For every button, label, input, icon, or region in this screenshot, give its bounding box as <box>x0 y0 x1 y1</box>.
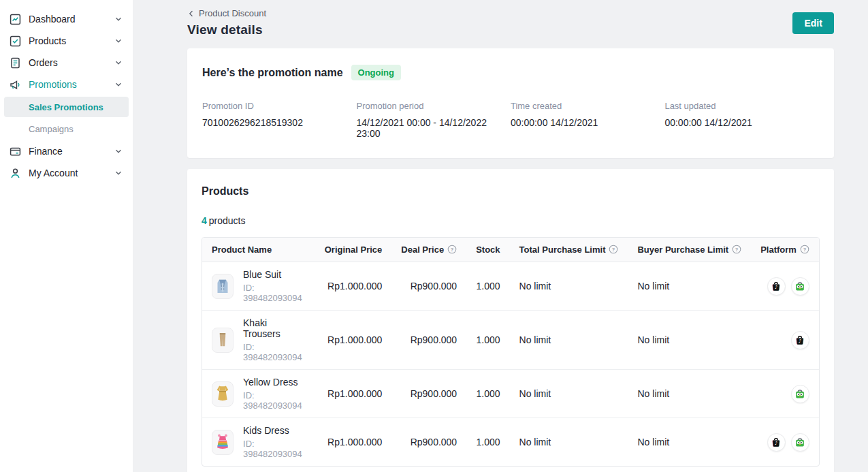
status-badge: Ongoing <box>351 65 401 80</box>
sidebar-item-sales-promotions[interactable]: Sales Promotions <box>4 97 129 117</box>
field-label: Promotion period <box>356 101 510 111</box>
tiktok-icon: ♪ <box>791 331 809 349</box>
svg-text:♪: ♪ <box>799 338 802 344</box>
total-purchase-limit-cell: No limit <box>510 262 628 311</box>
buyer-purchase-limit-cell: No limit <box>628 370 751 418</box>
sidebar-subitem-label: Campaigns <box>29 124 74 134</box>
total-purchase-limit-cell: No limit <box>510 311 628 370</box>
field-value: 00:00:00 14/12/2021 <box>664 117 818 128</box>
product-id: ID: 398482093094 <box>243 439 306 459</box>
user-icon <box>10 168 21 179</box>
original-price-cell: Rp1.000.000 <box>315 370 392 418</box>
platform-cell: ♪ <box>751 262 819 311</box>
finance-icon <box>10 146 21 157</box>
platform-cell: ♪ <box>751 311 819 370</box>
original-price-cell: Rp1.000.000 <box>315 262 392 311</box>
sidebar-item-dashboard[interactable]: Dashboard <box>0 8 133 30</box>
column-header-deal-price: Deal Price ? <box>391 238 466 262</box>
column-header-original-price: Original Price <box>315 238 392 262</box>
sidebar-item-promotions[interactable]: Promotions <box>0 74 133 95</box>
product-id: ID: 398482093094 <box>243 283 306 303</box>
svg-text:♪: ♪ <box>775 284 778 290</box>
promotion-summary-card: Here’s the promotion name Ongoing Promot… <box>187 48 834 158</box>
platform-cell <box>751 370 819 418</box>
sidebar-item-label: Orders <box>29 57 114 68</box>
table-row: Yellow Dress ID: 398482093094 Rp1.000.00… <box>202 370 819 418</box>
app-window: Dashboard Products Orders Promotions Sal… <box>0 0 868 472</box>
product-thumbnail-image <box>212 381 234 407</box>
original-price-cell: Rp1.000.000 <box>315 418 392 466</box>
field-label: Last updated <box>664 101 818 111</box>
sidebar-item-finance[interactable]: Finance <box>0 140 133 162</box>
deal-price-cell: Rp900.000 <box>391 262 466 311</box>
orders-icon <box>10 57 21 69</box>
help-icon[interactable]: ? <box>800 245 809 254</box>
breadcrumb[interactable]: Product Discount <box>187 8 266 18</box>
chevron-down-icon <box>114 168 123 178</box>
tokopedia-icon <box>791 433 809 452</box>
field-label: Time created <box>511 101 664 111</box>
deal-price-cell: Rp900.000 <box>391 370 466 418</box>
help-icon[interactable]: ? <box>732 245 741 254</box>
original-price-cell: Rp1.000.000 <box>315 311 392 370</box>
column-header-buyer-purchase-limit: Buyer Purchase Limit ? <box>628 238 751 262</box>
promotion-field: Promotion ID 7010026296218519302 <box>202 101 356 139</box>
column-header-platform: Platform ? <box>751 238 819 262</box>
total-purchase-limit-cell: No limit <box>510 418 628 466</box>
stock-cell: 1.000 <box>466 418 509 466</box>
stock-cell: 1.000 <box>466 370 509 418</box>
promotion-field: Last updated 00:00:00 14/12/2021 <box>664 101 818 139</box>
sidebar-item-my-account[interactable]: My Account <box>0 162 133 184</box>
field-value: 14/12/2021 00:00 - 14/12/2022 23:00 <box>356 117 510 139</box>
deal-price-cell: Rp900.000 <box>391 418 466 466</box>
products-count: 4products <box>202 215 820 226</box>
product-name: Khaki Trousers <box>243 317 306 339</box>
products-card: Products 4products Product Name Original… <box>187 169 834 472</box>
help-icon[interactable]: ? <box>447 245 457 254</box>
sidebar-item-label: Products <box>29 35 114 46</box>
svg-text:?: ? <box>735 247 739 253</box>
sidebar-item-products[interactable]: Products <box>0 30 133 52</box>
tokopedia-icon <box>791 277 809 296</box>
sidebar-item-orders[interactable]: Orders <box>0 52 133 74</box>
svg-text:?: ? <box>451 247 454 253</box>
promotion-field: Time created 00:00:00 14/12/2021 <box>511 101 664 139</box>
svg-text:♪: ♪ <box>775 440 778 446</box>
column-header-stock: Stock <box>466 238 509 262</box>
buyer-purchase-limit-cell: No limit <box>628 262 751 311</box>
main-content: Product Discount View details Edit Here’… <box>133 0 868 472</box>
edit-button[interactable]: Edit <box>792 12 833 34</box>
svg-text:?: ? <box>612 247 615 253</box>
stock-cell: 1.000 <box>466 311 509 370</box>
products-icon <box>10 35 21 47</box>
chevron-down-icon <box>114 146 123 156</box>
help-icon[interactable]: ? <box>609 245 618 254</box>
product-thumbnail-image <box>212 274 234 299</box>
chevron-down-icon <box>114 36 123 46</box>
tokopedia-icon <box>791 385 809 403</box>
buyer-purchase-limit-cell: No limit <box>628 418 751 466</box>
chevron-left-icon <box>187 10 195 18</box>
deal-price-cell: Rp900.000 <box>391 311 466 370</box>
page-title: View details <box>187 22 266 37</box>
sidebar-item-campaigns[interactable]: Campaigns <box>4 119 129 139</box>
chevron-down-icon <box>114 80 123 89</box>
stock-cell: 1.000 <box>466 262 509 311</box>
sidebar-item-label: My Account <box>29 168 114 178</box>
megaphone-icon <box>10 79 21 91</box>
chevron-down-icon <box>114 14 123 24</box>
promotion-name: Here’s the promotion name <box>202 67 343 79</box>
breadcrumb-label: Product Discount <box>199 8 266 18</box>
sidebar-item-label: Promotions <box>29 79 114 90</box>
field-value: 00:00:00 14/12/2021 <box>511 117 664 128</box>
field-value: 7010026296218519302 <box>202 117 356 128</box>
field-label: Promotion ID <box>202 101 356 111</box>
product-id: ID: 398482093094 <box>243 342 306 362</box>
product-name: Blue Suit <box>243 269 306 280</box>
column-header-total-purchase-limit: Total Purchase Limit ? <box>510 238 628 262</box>
tiktok-icon: ♪ <box>767 277 786 296</box>
column-header-product-name: Product Name <box>202 238 315 262</box>
product-name: Yellow Dress <box>243 377 306 388</box>
product-thumbnail-image <box>212 328 234 353</box>
product-name: Kids Dress <box>243 425 306 436</box>
